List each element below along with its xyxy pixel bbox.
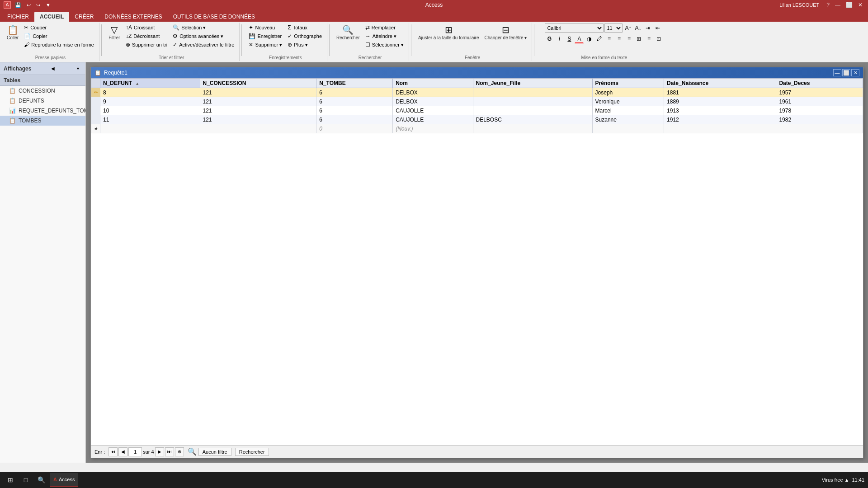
table-cell[interactable]: CAUJOLLE: [393, 106, 473, 115]
table-cell[interactable]: Joseph: [592, 88, 664, 97]
table-row[interactable]: 111216CAUJOLLEDELBOSCSuzanne19121982: [91, 115, 863, 124]
table-new-row[interactable]: ★ 0 (Nouv.): [91, 124, 863, 133]
query-minimize-btn[interactable]: —: [833, 69, 841, 76]
totaux-btn[interactable]: Σ Totaux: [285, 23, 324, 32]
tab-accueil[interactable]: ACCUEIL: [34, 12, 69, 22]
tab-donnees-externes[interactable]: DONNÉES EXTERNES: [99, 12, 167, 22]
table-cell[interactable]: 6: [316, 88, 393, 97]
nav-expand-btn[interactable]: ▾: [75, 65, 82, 72]
table-cell[interactable]: Suzanne: [592, 115, 664, 124]
table-cell[interactable]: 121: [200, 88, 316, 97]
changer-fenetre-btn[interactable]: ⊟ Changer de fenêtre ▾: [482, 23, 529, 42]
table-cell[interactable]: Veronique: [592, 97, 664, 106]
first-record-btn[interactable]: ⏮: [108, 447, 118, 456]
table-cell[interactable]: 1913: [664, 106, 776, 115]
tab-fichier[interactable]: FICHIER: [2, 12, 34, 22]
enregistrer-btn[interactable]: 💾 Enregistrer: [246, 32, 284, 40]
new-record-btn[interactable]: ⊕: [175, 447, 184, 456]
query-maximize-btn[interactable]: ⬜: [842, 69, 850, 76]
plus-btn[interactable]: ⊕ Plus ▾: [285, 41, 324, 49]
font-size-select[interactable]: 11: [604, 23, 623, 33]
col-header-nom[interactable]: Nom: [393, 79, 473, 88]
new-row-cell[interactable]: [592, 124, 664, 133]
no-filter-btn[interactable]: Aucun filtre: [198, 448, 231, 456]
tab-outils[interactable]: OUTILS DE BASE DE DONNÉES: [168, 12, 260, 22]
quick-more-btn[interactable]: ▼: [44, 2, 52, 8]
prev-record-btn[interactable]: ◀: [118, 447, 127, 456]
sidebar-item-tombes[interactable]: 📋 TOMBES: [0, 116, 85, 126]
align-left-btn[interactable]: ≡: [604, 34, 613, 43]
table-cell[interactable]: 1881: [664, 88, 776, 97]
atteindre-btn[interactable]: → Atteindre ▾: [363, 32, 406, 40]
table-cell[interactable]: 6: [316, 106, 393, 115]
quick-save-btn[interactable]: 💾: [14, 2, 23, 9]
supprimer-tri-btn[interactable]: ⊗ Supprimer un tri: [123, 41, 170, 49]
table-cell[interactable]: DELBOX: [393, 88, 473, 97]
table-cell[interactable]: [473, 97, 592, 106]
current-record-input[interactable]: [128, 447, 142, 456]
sidebar-item-defunts[interactable]: 📋 DEFUNTS: [0, 96, 85, 106]
coller-btn[interactable]: 📋 Coller: [5, 23, 21, 42]
italic-btn[interactable]: I: [555, 34, 564, 43]
font-color-btn[interactable]: A: [575, 34, 584, 43]
nav-section-tables[interactable]: Tables: [0, 75, 85, 86]
table-cell[interactable]: 8: [100, 88, 200, 97]
new-row-cell[interactable]: [664, 124, 776, 133]
align-right-btn[interactable]: ≡: [624, 34, 633, 43]
next-record-btn[interactable]: ▶: [155, 447, 164, 456]
remplacer-btn[interactable]: ⇄ Remplacer: [363, 23, 406, 32]
table-cell[interactable]: 1961: [776, 97, 863, 106]
orthographe-btn[interactable]: ✓ Orthographe: [285, 32, 324, 40]
new-row-cell[interactable]: [473, 124, 592, 133]
table-cell[interactable]: 1982: [776, 115, 863, 124]
col-header-n-concession[interactable]: N_CONCESSION: [200, 79, 316, 88]
croissant-btn[interactable]: ↑A Croissant: [123, 23, 170, 32]
reproduire-btn[interactable]: 🖌 Reproduire la mise en forme: [22, 41, 96, 49]
table-cell[interactable]: 6: [316, 115, 393, 124]
table-cell[interactable]: 6: [316, 97, 393, 106]
task-view-btn[interactable]: □: [19, 473, 33, 487]
table-cell[interactable]: 1889: [664, 97, 776, 106]
table-cell[interactable]: [473, 88, 592, 97]
table-cell[interactable]: DELBOX: [393, 97, 473, 106]
increase-size-btn[interactable]: A↑: [623, 23, 632, 33]
close-btn[interactable]: ✕: [856, 2, 864, 8]
sidebar-item-concession[interactable]: 📋 CONCESSION: [0, 86, 85, 96]
table-cell[interactable]: 121: [200, 106, 316, 115]
col-header-date-naissance[interactable]: Date_Naissance: [664, 79, 776, 88]
table-cell[interactable]: 121: [200, 97, 316, 106]
table-row[interactable]: 101216CAUJOLLEMarcel19131978: [91, 106, 863, 115]
font-name-select[interactable]: Calibri: [545, 23, 604, 33]
col-header-prenoms[interactable]: Prénoms: [592, 79, 664, 88]
table-cell[interactable]: 1912: [664, 115, 776, 124]
tab-creer[interactable]: CRÉER: [69, 12, 99, 22]
selectionner-btn[interactable]: ☐ Sélectionner ▾: [363, 41, 406, 49]
col-header-nom-jeune-fille[interactable]: Nom_Jeune_Fille: [473, 79, 592, 88]
taskbar-access-app[interactable]: A Access: [50, 473, 78, 487]
table-cell[interactable]: 1978: [776, 106, 863, 115]
decroissant-btn[interactable]: ↓Z Décroissant: [123, 32, 170, 40]
query-close-btn[interactable]: ✕: [851, 69, 859, 76]
table-cell[interactable]: 1957: [776, 88, 863, 97]
search-btn[interactable]: Rechercher: [235, 448, 269, 456]
table-row[interactable]: 91216DELBOXVeronique18891961: [91, 97, 863, 106]
last-record-btn[interactable]: ⏭: [165, 447, 174, 456]
new-row-cell[interactable]: [100, 124, 200, 133]
copier-btn[interactable]: 📄 Copier: [22, 32, 96, 40]
quick-undo-btn[interactable]: ↩: [25, 2, 32, 9]
supprimer-btn[interactable]: ✕ Supprimer ▾: [246, 41, 284, 49]
table-cell[interactable]: 9: [100, 97, 200, 106]
highlight-btn[interactable]: ◑: [585, 34, 594, 43]
col-header-n-defunt[interactable]: N_DEFUNT ▲: [100, 79, 200, 88]
table-cell[interactable]: CAUJOLLE: [393, 115, 473, 124]
table-cell[interactable]: DELBOSC: [473, 115, 592, 124]
bg-color-btn[interactable]: 🖍: [594, 34, 604, 43]
gridlines-btn[interactable]: ⊞: [634, 34, 643, 43]
selection-btn[interactable]: 🔍 Sélection ▾: [170, 23, 236, 32]
table-cell[interactable]: 11: [100, 115, 200, 124]
underline-btn[interactable]: S: [565, 34, 574, 43]
new-row-cell[interactable]: [776, 124, 863, 133]
help-btn[interactable]: ?: [825, 2, 831, 8]
col-header-n-tombe[interactable]: N_TOMBE: [316, 79, 393, 88]
table-cell[interactable]: 10: [100, 106, 200, 115]
